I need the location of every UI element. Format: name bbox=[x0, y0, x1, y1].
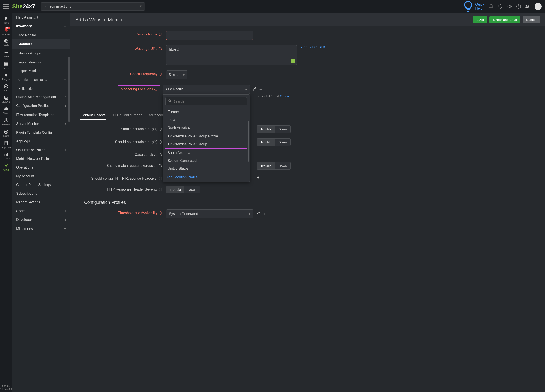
check-save-button[interactable]: Check and Save bbox=[489, 16, 520, 23]
toggle-trouble[interactable]: Trouble bbox=[257, 162, 275, 169]
sidebar-monitor-groups[interactable]: Monitor Groups+ bbox=[12, 48, 70, 58]
check-frequency-select[interactable]: 5 mins▾ bbox=[166, 70, 187, 79]
dropdown-item-india[interactable]: India bbox=[163, 116, 250, 124]
toggle-down[interactable]: Down bbox=[275, 139, 290, 146]
nav-alarms[interactable]: 99+Alarms bbox=[0, 26, 12, 36]
nav-admin[interactable]: Admin bbox=[0, 162, 12, 173]
sidebar-config-rules[interactable]: Configuration Rules+ bbox=[12, 75, 70, 84]
toggle-trouble[interactable]: Trouble bbox=[257, 126, 275, 133]
sidebar-share[interactable]: Share› bbox=[12, 207, 70, 215]
sidebar-import-monitors[interactable]: Import Monitors bbox=[12, 58, 70, 66]
info-icon[interactable]: i bbox=[159, 153, 162, 156]
add-bulk-urls-link[interactable]: Add Bulk URLs bbox=[301, 45, 325, 49]
za-icon[interactable]: Z/\ bbox=[525, 4, 530, 9]
plus-icon[interactable]: + bbox=[260, 86, 262, 92]
nav-plugins[interactable]: Plugins bbox=[0, 72, 12, 82]
nav-network[interactable]: Network bbox=[0, 117, 12, 127]
search-box[interactable] bbox=[41, 2, 145, 11]
sidebar-report-settings[interactable]: Report Settings› bbox=[12, 198, 70, 207]
info-icon[interactable]: i bbox=[159, 47, 162, 50]
add-location-profile-link[interactable]: Add Location Profile bbox=[163, 173, 250, 182]
sidebar-server-monitor[interactable]: Server Monitor› bbox=[12, 120, 70, 128]
dropdown-search-input[interactable] bbox=[166, 97, 247, 105]
toggle-down[interactable]: Down bbox=[275, 126, 290, 133]
sidebar-developer[interactable]: Developer› bbox=[12, 215, 70, 224]
save-button[interactable]: Save bbox=[473, 16, 487, 23]
nav-server[interactable]: Server bbox=[0, 60, 12, 71]
sidebar-operations[interactable]: Operations› bbox=[12, 163, 70, 172]
plus-icon[interactable]: + bbox=[64, 77, 66, 82]
plus-icon[interactable]: + bbox=[64, 42, 66, 46]
plus-icon[interactable]: + bbox=[64, 227, 66, 231]
sidebar-bulk-action[interactable]: Bulk Action bbox=[12, 84, 70, 93]
help-icon[interactable] bbox=[516, 4, 521, 9]
threshold-select[interactable]: System Generated▾ bbox=[166, 209, 253, 218]
monitoring-locations-select[interactable]: Asia Pacific▾ bbox=[163, 85, 250, 94]
nav-vmware[interactable]: VMware bbox=[0, 94, 12, 104]
cancel-button[interactable]: Cancel bbox=[523, 16, 540, 23]
sidebar-user-alert[interactable]: User & Alert Management› bbox=[12, 93, 70, 102]
sidebar-subscriptions[interactable]: Subscriptions bbox=[12, 189, 70, 198]
display-name-input[interactable] bbox=[166, 31, 253, 40]
sidebar-export-monitors[interactable]: Export Monitors bbox=[12, 66, 70, 75]
sidebar-mobile-poller[interactable]: Mobile Network Poller bbox=[12, 154, 70, 163]
info-icon[interactable]: i bbox=[159, 211, 162, 215]
announcement-icon[interactable] bbox=[507, 4, 512, 9]
plus-icon[interactable]: + bbox=[64, 113, 66, 117]
sidebar-add-monitor[interactable]: Add Monitor bbox=[12, 31, 70, 39]
sidebar-monitors[interactable]: Monitors+ bbox=[12, 39, 70, 48]
tab-http-config[interactable]: HTTP Configuration bbox=[111, 111, 143, 120]
dropdown-item-onprem-profile[interactable]: On-Premise Poller Group Profile bbox=[166, 133, 247, 140]
dropdown-scrollbar[interactable] bbox=[248, 121, 249, 162]
sidebar-onprem-poller[interactable]: On-Premise Poller› bbox=[12, 146, 70, 154]
nav-reports[interactable]: Reports bbox=[0, 151, 12, 161]
sidebar-it-automation[interactable]: IT Automation Templates+ bbox=[12, 110, 70, 120]
sidebar-my-account[interactable]: My Account bbox=[12, 172, 70, 181]
plus-icon[interactable]: + bbox=[257, 175, 260, 181]
nav-k8s[interactable]: K8s bbox=[0, 83, 12, 93]
dropdown-item-onprem-group[interactable]: On-Premise Poller Group bbox=[166, 140, 247, 148]
sidebar-config-profiles[interactable]: Configuration Profiles› bbox=[12, 102, 70, 110]
nav-web[interactable]: Web bbox=[0, 37, 12, 48]
sidebar-control-panel[interactable]: Control Panel Settings bbox=[12, 181, 70, 189]
more-link[interactable]: 2 more bbox=[280, 94, 290, 98]
toggle-down[interactable]: Down bbox=[275, 162, 290, 169]
info-icon[interactable]: i bbox=[159, 128, 162, 131]
scrollbar[interactable] bbox=[68, 57, 70, 122]
dropdown-item-north-america[interactable]: North America bbox=[163, 124, 250, 132]
sidebar-applogs[interactable]: AppLogs› bbox=[12, 137, 70, 146]
info-icon[interactable]: i bbox=[159, 188, 162, 191]
toggle-down[interactable]: Down bbox=[184, 186, 199, 193]
info-icon[interactable]: i bbox=[159, 33, 162, 36]
sidebar-milestones[interactable]: Milestones+ bbox=[12, 224, 70, 234]
bell-icon[interactable] bbox=[489, 4, 494, 9]
info-icon[interactable]: i bbox=[159, 140, 162, 144]
quick-help-link[interactable]: Quick Help bbox=[462, 0, 484, 12]
capture-icon[interactable] bbox=[291, 59, 295, 63]
search-input[interactable] bbox=[49, 5, 139, 8]
edit-icon[interactable] bbox=[253, 87, 257, 92]
dropdown-item-system-generated[interactable]: System Generated bbox=[163, 157, 250, 165]
shield-icon[interactable] bbox=[498, 4, 503, 9]
info-icon[interactable]: i bbox=[159, 72, 162, 76]
dropdown-item-south-america[interactable]: South America bbox=[163, 149, 250, 157]
toggle-trouble[interactable]: Trouble bbox=[166, 186, 184, 193]
nav-applogs[interactable]: AppLogs bbox=[0, 139, 12, 150]
nav-home[interactable]: Home bbox=[0, 15, 12, 25]
dropdown-item-europe[interactable]: Europe bbox=[163, 108, 250, 116]
info-icon[interactable]: i bbox=[159, 177, 162, 180]
tab-content-checks[interactable]: Content Checks bbox=[80, 111, 106, 120]
nav-rum[interactable]: RUM bbox=[0, 128, 12, 139]
sidebar-plugin-config[interactable]: Plugin Template Config bbox=[12, 128, 70, 137]
logo[interactable]: Site24x7 bbox=[12, 3, 35, 10]
info-icon[interactable]: i bbox=[154, 88, 157, 91]
clear-search-icon[interactable] bbox=[139, 5, 142, 8]
webpage-url-input[interactable]: https:// bbox=[166, 45, 297, 65]
apps-grid-icon[interactable] bbox=[4, 4, 9, 9]
dropdown-item-united-states[interactable]: United States bbox=[163, 165, 250, 173]
avatar[interactable] bbox=[534, 3, 541, 10]
nav-cloud[interactable]: Cloud bbox=[0, 105, 12, 116]
sidebar-inventory[interactable]: Inventory⌄ bbox=[12, 22, 70, 31]
info-icon[interactable]: i bbox=[159, 164, 162, 167]
nav-apm[interactable]: APM bbox=[0, 49, 12, 59]
